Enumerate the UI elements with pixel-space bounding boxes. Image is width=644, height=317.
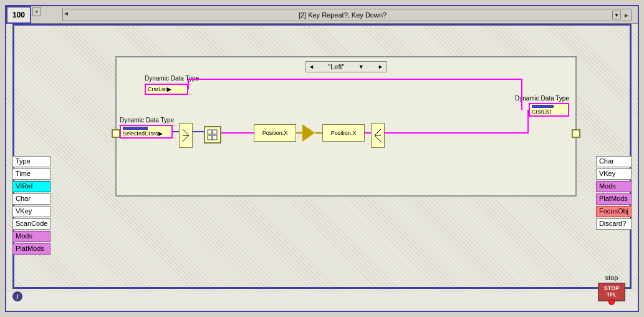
left-label-mods: Mods [12,231,50,242]
ddt-left-box-label: SelectedCrsrs▶ [123,130,170,137]
bundle-block-left[interactable] [179,123,193,148]
loop-count-box: 100 [6,6,31,24]
stop-button[interactable]: STOP TFL [598,283,625,301]
left-label-time: Time [12,168,50,180]
left-label-vkey: VKey [12,206,50,217]
bundle-block-right[interactable] [371,123,385,148]
loop-count-value: 100 [12,11,25,19]
svg-rect-6 [213,135,217,140]
stop-label: stop [605,274,618,281]
ddt-top-box-label: CrsrList▶ [148,86,171,92]
loop-tunnel-left [112,129,120,138]
right-label-focusobj: FocusObj [596,206,632,217]
stop-area: stop STOP TFL [598,274,625,301]
right-label-platmods: PlatMods [596,193,632,205]
ddt-top-box: CrsrList▶ [145,84,188,95]
arrow-right-icon: ► [623,12,631,19]
left-label-platmods: PlatMods [12,243,50,255]
svg-rect-5 [208,135,212,140]
ddt-left-bar [123,127,148,130]
right-labels-panel: Char VKey Mods PlatMods FocusObj Discard… [596,156,632,231]
left-arrow-left-icon: ◄ [309,64,314,70]
top-bar-label: [2] Key Repeat?; Key Down? [73,11,612,19]
loop-x-button[interactable]: × [32,7,41,16]
ddt-right-bar [532,105,554,108]
dropdown-arrow-icon[interactable]: ▼ [612,11,621,19]
right-label-vkey: VKey [596,168,632,180]
x-icon: × [35,9,38,15]
info-icon[interactable]: i [12,291,22,301]
svg-line-0 [183,129,189,135]
left-label-viref: VIRef [12,181,50,192]
left-arrow-right-icon: ► [378,64,383,70]
bundle-icon-left [181,126,190,145]
left-label-scancode: ScanCode [12,218,50,230]
left-dropdown[interactable]: ◄ "Left" ▼ ► [305,61,387,72]
triangle-block[interactable] [302,124,315,142]
left-dropdown-label: "Left" [328,63,344,71]
ddt-left-label: Dynamic Data Type [120,117,174,124]
svg-rect-4 [213,130,217,134]
left-label-type: Type [12,156,50,167]
left-labels-panel: Type Time VIRef Char VKey ScanCode Mods … [12,156,50,256]
svg-line-9 [375,135,381,142]
arrow-left-icon: ◄ [63,10,70,20]
ddt-right-label: Dynamic Data Type [515,95,569,102]
top-center-bar: ◄ [2] Key Repeat?; Key Down? ▼ ► [62,9,632,21]
left-dropdown-arrow-icon[interactable]: ▼ [358,64,364,70]
right-label-mods: Mods [596,181,632,192]
ddt-right-box-label: CrsrList [532,109,566,115]
array-block[interactable] [204,126,221,144]
position-x-label-1: Position.X [262,130,288,136]
loop-tunnel-right [572,129,580,138]
inner-diagram: ◄ "Left" ▼ ► Dynamic Data Type CrsrList▶… [115,56,577,197]
svg-line-7 [375,129,381,135]
right-label-char: Char [596,156,632,167]
ddt-right-box: CrsrList [529,103,569,117]
svg-rect-3 [208,130,212,134]
stop-led [608,299,615,305]
position-x-block-1[interactable]: Position.X [254,124,296,142]
ddt-top-label: Dynamic Data Type [145,75,199,82]
bundle-icon-right [373,126,382,145]
top-bar: 100 × ◄ [2] Key Repeat?; Key Down? ▼ ► [6,6,638,24]
array-icon [206,129,219,141]
right-label-discard: Discard? [596,218,632,230]
left-label-char: Char [12,193,50,205]
main-frame: 100 × ◄ [2] Key Repeat?; Key Down? ▼ ► ◄… [5,5,639,312]
position-x-block-2[interactable]: Position.X [322,124,365,142]
svg-line-2 [183,135,189,142]
stop-button-text: STOP TFL [604,286,619,298]
position-x-label-2: Position.X [331,130,357,136]
ddt-left-box: SelectedCrsrs▶ [120,125,173,139]
